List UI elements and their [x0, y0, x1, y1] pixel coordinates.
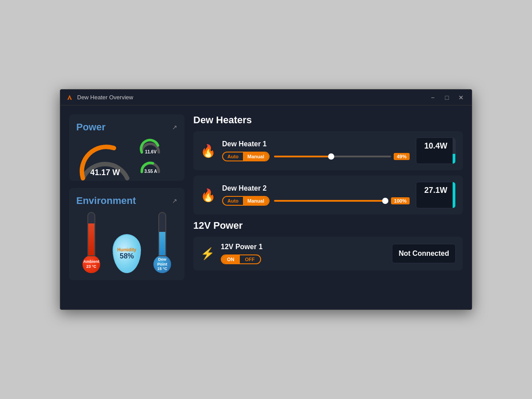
- v12-on-btn[interactable]: ON: [222, 255, 240, 263]
- humidity-value: 58%: [120, 252, 134, 260]
- sub-gauges: 11.6V 3.55 A: [139, 138, 162, 174]
- voltage-arc: 11.6V: [139, 138, 162, 154]
- v12-info: 12V Power 1 ON OFF: [221, 243, 386, 264]
- heater-2-controls: Auto Manual 100%: [222, 196, 410, 206]
- power-gauge: 41.17 W: [76, 138, 134, 174]
- dewpoint-label: Dew Point: [153, 257, 171, 267]
- heater-2-info: Dew Heater 2 Auto Manual 100%: [222, 184, 410, 206]
- heater-1-power-bar-fill: [453, 154, 455, 164]
- v12-name: 12V Power 1: [221, 243, 386, 251]
- heater-1-flame-icon: 🔥: [200, 144, 216, 158]
- heater-2-manual-btn[interactable]: Manual: [243, 197, 269, 205]
- window-controls: − □ ✕: [427, 92, 466, 103]
- ambient-thermometer: Ambient 23 °C: [82, 212, 100, 273]
- dewpoint-thermo-body: Dew Point 15 °C: [153, 212, 171, 273]
- maximize-button[interactable]: □: [442, 92, 452, 103]
- heater-2-power-display: 27.1W: [416, 182, 456, 208]
- heater-1-slider-value: 49%: [394, 153, 410, 160]
- v12-status-display: Not Connected: [392, 244, 456, 263]
- dewpoint-fill: [159, 232, 165, 255]
- heater-1-slider-container: 49%: [274, 153, 410, 160]
- humidity-label: Humidity: [117, 247, 137, 252]
- humidity-bubble: Humidity 58%: [113, 234, 141, 273]
- v12-on-off-toggle: ON OFF: [221, 254, 261, 264]
- current-value: 3.55 A: [144, 169, 157, 174]
- heater-1-slider[interactable]: [274, 156, 391, 157]
- heater-2-slider[interactable]: [274, 200, 388, 202]
- dewpoint-bulb: Dew Point 15 °C: [153, 255, 171, 273]
- heater-2-power-bar-fill: [453, 182, 455, 208]
- v12-title: 12V Power: [193, 220, 463, 231]
- minimize-button[interactable]: −: [427, 92, 438, 103]
- heater-2-slider-container: 100%: [274, 197, 410, 204]
- heater-2-slider-value: 100%: [391, 197, 410, 204]
- v12-off-btn[interactable]: OFF: [240, 255, 260, 263]
- dewpoint-value: 15 °C: [157, 266, 168, 271]
- gauge-container: 41.17 W 11.6V: [76, 138, 177, 174]
- heater-1-power-bar-bg: [453, 138, 455, 164]
- heater-1-manual-btn[interactable]: Manual: [243, 153, 269, 160]
- titlebar: Dew Heater Overview − □ ✕: [60, 90, 472, 106]
- main-window: Dew Heater Overview − □ ✕ Power ↗: [60, 89, 472, 310]
- left-panel: Power ↗ 41.17 W: [69, 114, 184, 301]
- heater-2-flame-icon: 🔥: [200, 188, 216, 203]
- env-external-link[interactable]: ↗: [172, 197, 177, 204]
- humidity-container: Humidity 58%: [113, 234, 141, 273]
- right-panel: Dew Heaters 🔥 Dew Heater 1 Auto Manual 4…: [193, 114, 463, 301]
- heater-2-power-bar-bg: [453, 182, 455, 208]
- env-header: Environment ↗: [76, 195, 177, 207]
- ambient-thermo-body: Ambient 23 °C: [82, 212, 100, 273]
- dewpoint-tube: [158, 212, 166, 256]
- close-button[interactable]: ✕: [456, 92, 466, 103]
- power-title: Power: [76, 121, 106, 133]
- heater-1-name: Dew Heater 1: [222, 140, 410, 148]
- heater-1-mode-toggle: Auto Manual: [222, 152, 270, 161]
- svg-marker-0: [67, 95, 72, 100]
- heater-1-info: Dew Heater 1 Auto Manual 49%: [222, 140, 410, 161]
- power-section: Power ↗ 41.17 W: [69, 114, 184, 181]
- heater-1-power-display: 10.4W: [416, 137, 456, 164]
- env-gauges: Ambient 23 °C Humidity 58%: [76, 212, 177, 273]
- heater-1-auto-btn[interactable]: Auto: [223, 153, 243, 160]
- heater-card-1: 🔥 Dew Heater 1 Auto Manual 49%: [193, 131, 463, 170]
- power-header: Power ↗: [76, 121, 177, 133]
- window-title: Dew Heater Overview: [77, 94, 427, 101]
- environment-section: Environment ↗ Ambient 23 °C: [69, 188, 184, 280]
- ambient-tube: [87, 212, 95, 256]
- heater-card-2: 🔥 Dew Heater 2 Auto Manual 100%: [193, 176, 463, 215]
- ambient-fill: [88, 223, 94, 255]
- current-gauge: 3.55 A: [139, 158, 162, 174]
- v12-section: 12V Power ⚡ 12V Power 1 ON OFF Not Conne…: [193, 220, 463, 270]
- ambient-value: 23 °C: [86, 264, 97, 269]
- dew-heaters-title: Dew Heaters: [193, 114, 463, 126]
- ambient-bulb: Ambient 23 °C: [82, 255, 100, 273]
- current-arc: 3.55 A: [139, 158, 162, 174]
- content-area: Power ↗ 41.17 W: [60, 106, 472, 309]
- power-external-link[interactable]: ↗: [172, 124, 177, 131]
- heater-2-name: Dew Heater 2: [222, 184, 410, 192]
- voltage-gauge: 11.6V: [139, 138, 162, 154]
- dewpoint-thermometer: Dew Point 15 °C: [153, 212, 171, 273]
- voltage-value: 11.6V: [145, 149, 156, 154]
- v12-card-1: ⚡ 12V Power 1 ON OFF Not Connected: [193, 237, 463, 270]
- power-value: 41.17 W: [90, 168, 120, 177]
- ambient-label: Ambient: [83, 259, 99, 264]
- v12-status-text: Not Connected: [399, 250, 449, 257]
- app-icon: [66, 94, 74, 102]
- heater-1-power-value: 10.4W: [424, 141, 447, 150]
- heater-2-mode-toggle: Auto Manual: [222, 196, 270, 206]
- heater-1-controls: Auto Manual 49%: [222, 152, 410, 161]
- env-title: Environment: [76, 195, 136, 207]
- heater-2-power-value: 27.1W: [424, 186, 447, 195]
- v12-bolt-icon: ⚡: [200, 247, 215, 261]
- heater-2-auto-btn[interactable]: Auto: [223, 197, 243, 205]
